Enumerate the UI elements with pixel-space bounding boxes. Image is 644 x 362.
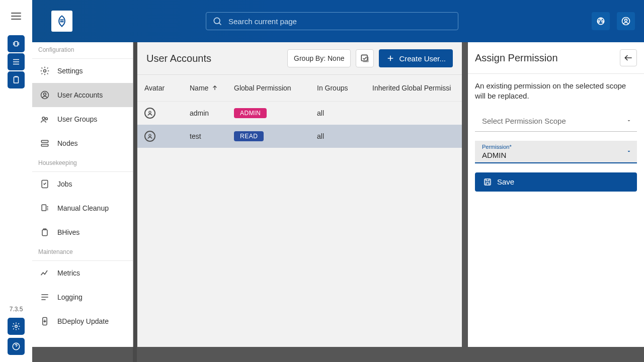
svg-rect-17 — [41, 144, 48, 146]
th-in-groups[interactable]: In Groups — [310, 75, 365, 102]
sidebar-item-jobs[interactable]: Jobs — [32, 172, 133, 196]
sidebar-item-metrics[interactable]: Metrics — [32, 261, 133, 285]
th-global-permission[interactable]: Global Permission — [227, 75, 310, 102]
sidebar-item-manual-cleanup[interactable]: Manual Cleanup — [32, 196, 133, 220]
table-scroll[interactable]: Avatar Name Global Permission In Groups — [137, 75, 462, 347]
theme-button[interactable] — [592, 12, 610, 30]
save-label: Save — [497, 177, 514, 186]
sidebar-item-label: Settings — [57, 67, 83, 75]
sidebar-item-bhives[interactable]: BHives — [32, 220, 133, 244]
chevron-down-icon — [626, 118, 632, 124]
page-title: User Accounts — [146, 53, 282, 64]
create-user-button[interactable]: Create User... — [379, 49, 453, 67]
select-all-button[interactable] — [356, 49, 374, 67]
group-by-button[interactable]: Group By: None — [287, 49, 351, 67]
svg-rect-19 — [42, 205, 46, 211]
sidebar: Configuration Settings User Accounts Use… — [32, 42, 133, 347]
permission-value: ADMIN — [482, 151, 632, 159]
version-label: 7.3.5 — [10, 306, 23, 313]
permission-select[interactable]: Permission* ADMIN — [475, 141, 637, 163]
hamburger-icon[interactable] — [6, 6, 26, 26]
svg-point-14 — [42, 117, 45, 120]
cell-groups: all — [310, 125, 365, 148]
cleanup-icon — [39, 203, 50, 213]
account-button[interactable] — [617, 12, 635, 30]
scope-select[interactable]: Select Permission Scope — [475, 111, 637, 132]
sidebar-item-nodes[interactable]: Nodes — [32, 131, 133, 155]
rail-workspaces-icon[interactable] — [8, 35, 25, 52]
table-row[interactable]: admin ADMIN all — [137, 102, 462, 125]
chevron-down-icon — [626, 148, 632, 154]
cell-name: test — [183, 125, 227, 148]
sidebar-item-bdeploy-update[interactable]: BDeploy Update — [32, 309, 133, 333]
svg-point-13 — [44, 93, 46, 96]
svg-rect-16 — [41, 140, 48, 142]
th-name[interactable]: Name — [183, 75, 227, 102]
table-row[interactable]: test READ all — [137, 125, 462, 148]
metrics-icon — [39, 268, 50, 278]
svg-point-7 — [598, 21, 600, 22]
sidebar-item-label: Metrics — [57, 269, 80, 277]
scope-placeholder: Select Permission Scope — [482, 117, 622, 125]
nav-rail: 7.3.5 — [0, 0, 32, 362]
svg-point-11 — [44, 70, 46, 72]
svg-rect-0 — [15, 42, 18, 46]
cell-name: admin — [183, 102, 227, 125]
search-icon — [212, 16, 222, 26]
sidebar-item-label: User Accounts — [57, 91, 103, 99]
avatar-icon — [144, 131, 155, 142]
bhives-icon — [39, 227, 50, 237]
back-button[interactable] — [620, 49, 637, 66]
users-table: Avatar Name Global Permission In Groups — [137, 75, 462, 148]
search-input[interactable] — [206, 12, 458, 30]
sidebar-item-user-groups[interactable]: User Groups — [32, 107, 133, 131]
rail-help-icon[interactable] — [8, 338, 25, 355]
cell-groups: all — [310, 102, 365, 125]
svg-point-23 — [149, 111, 151, 113]
sidebar-item-label: Manual Cleanup — [57, 204, 109, 212]
svg-point-2 — [15, 325, 18, 328]
logging-icon — [39, 292, 50, 302]
inspector-title: Assign Permission — [475, 52, 620, 64]
sidebar-item-label: Logging — [57, 293, 83, 301]
sidebar-item-settings[interactable]: Settings — [32, 59, 133, 83]
sidebar-item-label: Nodes — [57, 139, 77, 147]
permission-badge: READ — [234, 131, 264, 141]
svg-point-15 — [45, 118, 47, 120]
th-inherited-permission[interactable]: Inherited Global Permissi — [365, 75, 462, 102]
sidebar-section-maintenance: Maintenance — [32, 244, 133, 261]
group-by-label: Group By: None — [294, 54, 344, 62]
inspector-panel: Assign Permission An existing permission… — [468, 42, 644, 347]
permission-label: Permission* — [482, 144, 632, 150]
th-avatar[interactable]: Avatar — [137, 75, 183, 102]
svg-point-6 — [600, 19, 601, 20]
rail-clipboard-icon[interactable] — [8, 71, 25, 88]
plus-icon — [386, 54, 395, 63]
sidebar-item-user-accounts[interactable]: User Accounts — [32, 83, 133, 107]
user-icon — [39, 90, 50, 100]
checklist-icon — [39, 179, 50, 189]
logo-icon[interactable] — [51, 11, 72, 32]
rail-settings-icon[interactable] — [8, 318, 25, 335]
sidebar-item-label: BDeploy Update — [57, 317, 109, 325]
group-icon — [39, 114, 50, 124]
main-panel: User Accounts Group By: None Create User… — [137, 42, 462, 347]
sidebar-section-configuration: Configuration — [32, 42, 133, 59]
svg-rect-20 — [42, 230, 47, 236]
sidebar-section-housekeeping: Housekeeping — [32, 155, 133, 172]
sidebar-item-logging[interactable]: Logging — [32, 285, 133, 309]
avatar-icon — [144, 108, 155, 119]
sidebar-item-label: User Groups — [57, 115, 97, 123]
nodes-icon — [39, 138, 50, 148]
svg-point-4 — [214, 18, 220, 24]
svg-rect-25 — [485, 179, 491, 185]
permission-badge: ADMIN — [234, 108, 267, 118]
create-user-label: Create User... — [399, 54, 446, 63]
rail-list-icon[interactable] — [8, 53, 25, 70]
update-icon — [39, 316, 50, 326]
svg-rect-1 — [14, 77, 19, 83]
inspector-description: An existing permission on the selected s… — [475, 81, 637, 102]
svg-point-8 — [602, 21, 603, 22]
save-button[interactable]: Save — [475, 172, 637, 192]
svg-point-24 — [149, 134, 151, 136]
